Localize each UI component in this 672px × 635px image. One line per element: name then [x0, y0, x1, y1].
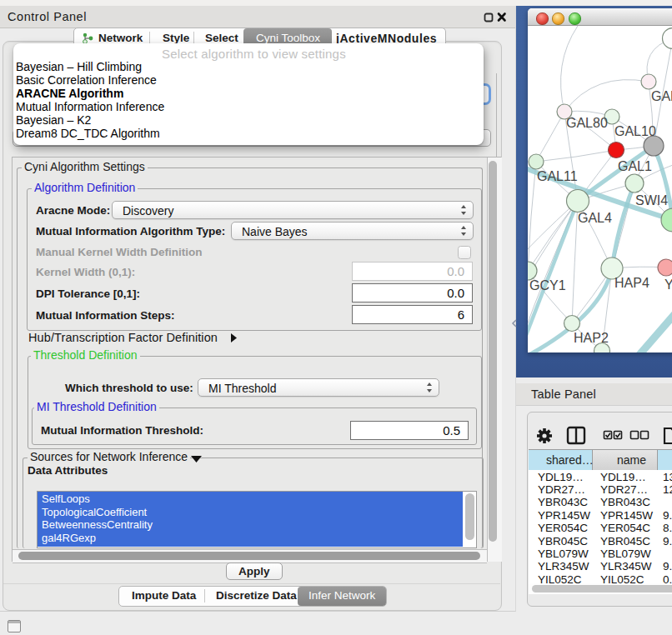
- svg-text:GCY1: GCY1: [529, 278, 566, 292]
- svg-text:GAL4: GAL4: [578, 211, 612, 225]
- svg-text:GAL11: GAL11: [537, 169, 578, 183]
- svg-text:GAL2: GAL2: [651, 89, 672, 103]
- svg-text:GAL1: GAL1: [618, 159, 652, 173]
- svg-text:SWI4: SWI4: [635, 193, 668, 208]
- svg-text:GAL10: GAL10: [614, 124, 656, 138]
- svg-text:HAP2: HAP2: [574, 331, 609, 345]
- svg-text:GAL80: GAL80: [566, 116, 608, 130]
- svg-text:HAP4: HAP4: [614, 276, 649, 290]
- svg-text:YEL: YEL: [664, 278, 672, 292]
